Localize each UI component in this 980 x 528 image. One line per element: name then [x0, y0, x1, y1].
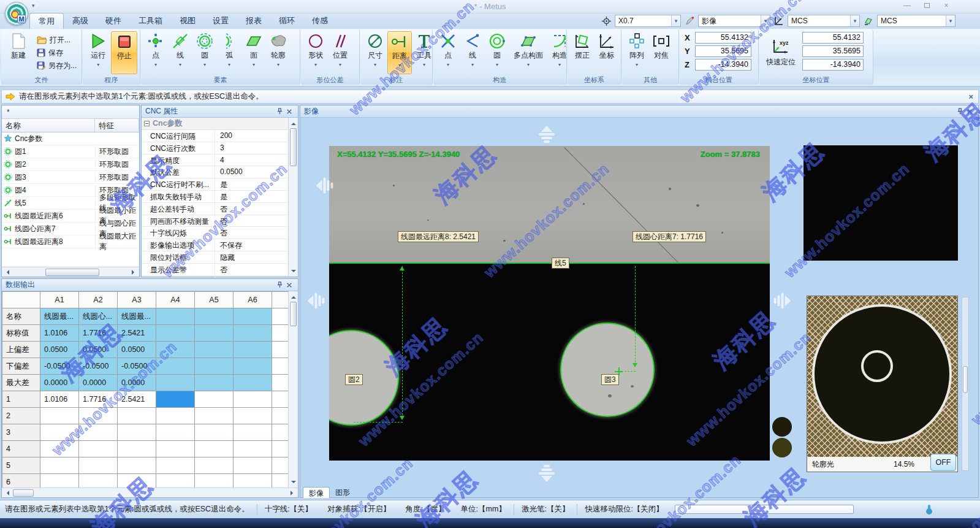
property-value[interactable]: 3: [215, 142, 289, 154]
pin-icon[interactable]: [275, 281, 284, 289]
table-cell[interactable]: [118, 424, 156, 441]
row-label[interactable]: 标称值: [2, 325, 40, 342]
table-cell[interactable]: [195, 457, 234, 474]
element-line-button[interactable]: 线: [168, 31, 192, 74]
table-cell[interactable]: [156, 441, 195, 457]
table-cell[interactable]: [118, 457, 156, 474]
light-indicator-top[interactable]: [772, 417, 792, 437]
table-cell[interactable]: [79, 441, 118, 457]
property-row[interactable]: CNC运行次数3: [142, 142, 289, 155]
ribbon-tab[interactable]: 视图: [171, 13, 204, 29]
column-header[interactable]: A5: [195, 292, 234, 308]
construct-circle-button[interactable]: 圆: [485, 31, 509, 74]
focus-button[interactable]: 对焦: [649, 31, 674, 74]
table-cell[interactable]: -0.0500: [79, 358, 118, 375]
inner-ring-light[interactable]: [861, 350, 893, 382]
table-cell[interactable]: [195, 342, 234, 358]
minimize-button[interactable]: —: [902, 1, 913, 10]
property-row[interactable]: CNC运行间隔200: [142, 130, 289, 142]
close-icon[interactable]: [965, 107, 974, 116]
status-capture[interactable]: 对象捕获:【开启】: [327, 504, 390, 515]
table-cell[interactable]: [118, 408, 156, 424]
table-cell[interactable]: 2.5421: [118, 391, 156, 408]
column-header[interactable]: A6: [234, 292, 272, 308]
table-cell[interactable]: [234, 342, 272, 358]
list-item[interactable]: Cnc参数: [2, 132, 139, 145]
property-value[interactable]: 200: [215, 130, 289, 142]
table-cell[interactable]: [156, 342, 195, 358]
pan-up-control[interactable]: [539, 120, 555, 143]
table-cell[interactable]: [195, 441, 234, 457]
property-value[interactable]: 否: [215, 203, 289, 215]
table-cell[interactable]: [79, 408, 118, 424]
status-unit[interactable]: 单位:【mm】: [461, 504, 506, 515]
ribbon-tab[interactable]: 高级: [64, 13, 97, 29]
row-label[interactable]: 5: [2, 457, 40, 474]
construct-line-button[interactable]: 线: [460, 31, 485, 74]
ribbon-tab[interactable]: 传感: [303, 13, 336, 29]
quick-position-button[interactable]: xyz 快速定位: [762, 31, 800, 74]
ring-light-diagram[interactable]: [807, 296, 957, 457]
row-label[interactable]: 3: [2, 424, 40, 441]
table-cell[interactable]: [79, 457, 118, 474]
property-row[interactable]: 同画面不移动测量否: [142, 215, 289, 228]
element-plane-button[interactable]: 面: [241, 31, 266, 74]
table-cell[interactable]: 0.0500: [79, 342, 118, 358]
message-close-icon[interactable]: ×: [968, 92, 973, 101]
camera-preview-thumbnail[interactable]: [803, 145, 958, 261]
table-cell[interactable]: [272, 375, 289, 391]
table-cell[interactable]: 0.0000: [79, 375, 118, 391]
row-label[interactable]: 1: [2, 391, 40, 408]
array-button[interactable]: 阵列: [625, 31, 649, 74]
pan-right-control[interactable]: [774, 293, 797, 309]
table-cell[interactable]: [156, 375, 195, 391]
part-tab[interactable]: *: [2, 105, 139, 119]
property-row[interactable]: 显示公差带否: [142, 264, 289, 276]
table-cell[interactable]: [234, 308, 272, 325]
data-hscrollbar[interactable]: [2, 488, 298, 497]
element-point-button[interactable]: 点: [143, 31, 168, 74]
slider-thumb[interactable]: [963, 366, 968, 393]
list-item[interactable]: 线圆最远距离8线圆最大距离: [2, 235, 139, 248]
ribbon-tab[interactable]: 常用: [29, 13, 64, 29]
pin-icon[interactable]: [955, 107, 965, 116]
table-cell[interactable]: [234, 375, 272, 391]
light-indicator-bottom[interactable]: [772, 438, 792, 457]
table-cell[interactable]: [118, 441, 156, 457]
status-angle[interactable]: 角度:【度】: [406, 504, 446, 515]
column-header[interactable]: [272, 292, 289, 308]
table-cell[interactable]: [272, 342, 289, 358]
property-value[interactable]: 否: [215, 215, 289, 227]
column-header[interactable]: A3: [118, 292, 156, 308]
close-button[interactable]: ×: [941, 1, 952, 10]
line-5-label[interactable]: 线5: [552, 258, 569, 269]
table-cell[interactable]: 0.0000: [118, 375, 156, 391]
table-cell[interactable]: 1.7716: [79, 325, 118, 342]
align-button[interactable]: 摆正: [570, 31, 594, 74]
table-cell[interactable]: [195, 408, 234, 424]
table-cell[interactable]: 2.5421: [118, 325, 156, 342]
close-icon[interactable]: [284, 107, 294, 116]
open-button[interactable]: 打开...: [34, 34, 79, 47]
collapse-icon[interactable]: [144, 121, 150, 126]
run-button[interactable]: 运行: [85, 31, 111, 74]
view-tab[interactable]: 影像: [303, 487, 330, 498]
ribbon-tab[interactable]: 硬件: [97, 13, 130, 29]
table-cell[interactable]: [272, 391, 289, 408]
table-cell[interactable]: 1.0106: [40, 391, 79, 408]
construct-point-button[interactable]: 点: [436, 31, 460, 74]
property-value[interactable]: 0.0500: [215, 166, 289, 178]
property-value[interactable]: 隐藏: [215, 251, 289, 263]
magnification-combo[interactable]: X0.7: [615, 15, 681, 27]
element-contour-button[interactable]: 轮廓: [266, 31, 291, 74]
property-value[interactable]: 4: [215, 155, 289, 166]
table-cell[interactable]: [40, 424, 79, 441]
table-cell[interactable]: [272, 457, 289, 474]
property-row[interactable]: 影像输出选项不保存: [142, 239, 289, 251]
table-cell[interactable]: [272, 308, 289, 325]
save-as-button[interactable]: 另存为...: [34, 59, 79, 72]
table-cell[interactable]: [195, 391, 234, 408]
column-header[interactable]: A1: [40, 292, 79, 308]
property-row[interactable]: 超公差转手动否: [142, 203, 289, 215]
position-tolerance-button[interactable]: 位置: [328, 31, 352, 74]
